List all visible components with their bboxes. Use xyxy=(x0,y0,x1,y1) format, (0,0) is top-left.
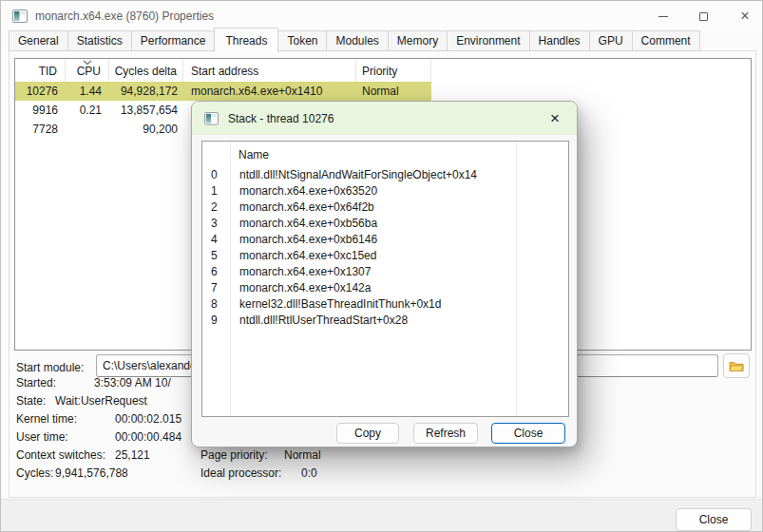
tab-performance[interactable]: Performance xyxy=(131,30,216,51)
detail-label: Cycles: xyxy=(16,465,55,483)
stack-frame-row[interactable]: 3monarch.x64.exe+0xb56ba xyxy=(202,216,568,232)
refresh-button[interactable]: Refresh xyxy=(413,423,478,444)
minimize-icon xyxy=(658,16,668,17)
column-header-tid[interactable]: TID xyxy=(15,59,66,82)
stack-dialog-close-button[interactable]: × xyxy=(544,108,565,129)
tab-statistics[interactable]: Statistics xyxy=(67,30,132,51)
stack-frame-row[interactable]: 2monarch.x64.exe+0x64f2b xyxy=(202,200,568,216)
window-close-button[interactable]: × xyxy=(729,1,761,31)
cell-priority: Normal xyxy=(356,82,431,101)
column-header-cycles[interactable]: Cycles delta xyxy=(109,59,183,82)
tab-threads[interactable]: Threads xyxy=(214,28,278,52)
titlebar: monarch.x64.exe (8760) Properties × xyxy=(1,1,762,31)
detail-value: 9,941,576,788 xyxy=(55,465,128,483)
frame-name: ntdll.dll!NtSignalAndWaitForSingleObject… xyxy=(230,167,477,183)
stack-frame-row[interactable]: 6monarch.x64.exe+0x1307 xyxy=(202,264,568,280)
minimize-button[interactable] xyxy=(647,1,679,31)
detail-value: 0:0 xyxy=(301,465,317,483)
browse-button[interactable] xyxy=(723,353,750,378)
cell-cpu: 1.44 xyxy=(66,82,109,101)
frame-name: monarch.x64.exe+0xb6146 xyxy=(230,232,377,248)
detail-label: Context switches: xyxy=(16,446,115,465)
maximize-button[interactable] xyxy=(687,1,719,31)
stack-frames-list: Name 0ntdll.dll!NtSignalAndWaitForSingle… xyxy=(201,141,569,417)
copy-button[interactable]: Copy xyxy=(336,423,399,444)
detail-label: Started: xyxy=(16,374,94,392)
tab-gpu[interactable]: GPU xyxy=(589,30,633,51)
column-header-filler xyxy=(431,59,751,82)
frame-index: 4 xyxy=(202,232,230,248)
detail-row-ideal-processor: Ideal processor: 0:0 xyxy=(200,465,317,483)
frame-index: 0 xyxy=(202,167,230,183)
detail-row-user-time: User time: 00:00:00.484 xyxy=(16,428,181,446)
detail-value: Wait:UserRequest xyxy=(55,392,147,410)
bottom-bar xyxy=(1,499,762,532)
stack-frame-row[interactable]: 5monarch.x64.exe+0xc15ed xyxy=(202,248,568,264)
frame-name: ntdll.dll!RtlUserThreadStart+0x28 xyxy=(230,313,408,329)
app-icon xyxy=(12,9,28,24)
column-header-name[interactable]: Name xyxy=(238,142,269,168)
stack-dialog: Stack - thread 10276 × Name 0ntdll.dll!N… xyxy=(191,101,578,447)
detail-value: Normal xyxy=(284,446,321,465)
cell-tid: 9916 xyxy=(15,101,66,120)
properties-close-button[interactable]: Close xyxy=(676,508,752,531)
stack-dialog-icon xyxy=(204,112,219,125)
cell-cycles: 13,857,654 xyxy=(109,101,183,120)
tab-handles[interactable]: Handles xyxy=(529,30,590,51)
cell-cycles: 90,200 xyxy=(109,120,183,139)
detail-row-page-priority: Page priority: Normal xyxy=(200,446,321,465)
threads-table-header: TID CPU Cycles delta Start address Prior… xyxy=(15,59,751,82)
sort-descending-icon xyxy=(82,60,93,66)
detail-row-context-switches: Context switches: 25,121 xyxy=(16,446,150,465)
frame-index: 5 xyxy=(202,248,230,264)
frame-index: 1 xyxy=(202,183,230,200)
properties-window: monarch.x64.exe (8760) Properties × Gene… xyxy=(0,0,763,532)
tab-modules[interactable]: Modules xyxy=(326,30,388,51)
tab-general[interactable]: General xyxy=(9,30,68,51)
frame-name: monarch.x64.exe+0xc15ed xyxy=(230,248,376,264)
cell-cycles: 94,928,172 xyxy=(109,82,183,101)
cell-start: monarch.x64.exe+0x1410 xyxy=(183,82,356,101)
cell-cpu: 0.21 xyxy=(66,101,109,120)
frame-name: monarch.x64.exe+0x1307 xyxy=(230,264,371,280)
frame-index: 7 xyxy=(202,280,230,296)
detail-label: Kernel time: xyxy=(16,410,115,428)
tab-token[interactable]: Token xyxy=(277,30,327,51)
stack-frames: 0ntdll.dll!NtSignalAndWaitForSingleObjec… xyxy=(202,167,568,329)
detail-row-state: State: Wait:UserRequest xyxy=(16,392,147,410)
stack-dialog-title: Stack - thread 10276 xyxy=(228,112,334,125)
detail-value: 00:00:02.015 xyxy=(115,410,181,428)
detail-label: State: xyxy=(16,392,55,410)
stack-frame-row[interactable]: 1monarch.x64.exe+0x63520 xyxy=(202,183,568,200)
tab-memory[interactable]: Memory xyxy=(388,30,448,51)
close-icon: × xyxy=(740,9,749,24)
tab-bar: General Statistics Performance Threads T… xyxy=(9,30,699,55)
frame-name: monarch.x64.exe+0x63520 xyxy=(230,183,377,200)
frame-name: monarch.x64.exe+0x64f2b xyxy=(230,200,374,216)
detail-row-kernel-time: Kernel time: 00:00:02.015 xyxy=(16,410,181,428)
detail-label: User time: xyxy=(16,428,115,446)
column-header-start[interactable]: Start address xyxy=(183,59,356,82)
stack-dialog-titlebar: Stack - thread 10276 × xyxy=(192,102,577,135)
frame-name: monarch.x64.exe+0xb56ba xyxy=(230,216,377,232)
stack-frame-row[interactable]: 9ntdll.dll!RtlUserThreadStart+0x28 xyxy=(202,313,568,329)
cell-cpu xyxy=(66,120,109,139)
tab-environment[interactable]: Environment xyxy=(447,30,529,51)
detail-value: 25,121 xyxy=(115,446,150,465)
frame-index: 2 xyxy=(202,200,230,216)
stack-frame-row[interactable]: 4monarch.x64.exe+0xb6146 xyxy=(202,232,568,248)
detail-value: 00:00:00.484 xyxy=(115,428,181,446)
stack-close-button[interactable]: Close xyxy=(491,423,565,444)
frame-index: 9 xyxy=(202,313,230,329)
stack-frame-row[interactable]: 0ntdll.dll!NtSignalAndWaitForSingleObjec… xyxy=(202,167,568,183)
stack-frame-row[interactable]: 8kernel32.dll!BaseThreadInitThunk+0x1d xyxy=(202,296,568,313)
thread-row[interactable]: 10276 1.44 94,928,172 monarch.x64.exe+0x… xyxy=(15,82,751,101)
cell-tid: 7728 xyxy=(15,120,66,139)
tab-comment[interactable]: Comment xyxy=(632,30,700,51)
cell-tid: 10276 xyxy=(15,82,66,101)
detail-row-started: Started: 3:53:09 AM 10/ xyxy=(16,374,171,392)
window-title: monarch.x64.exe (8760) Properties xyxy=(35,1,214,31)
column-header-priority[interactable]: Priority xyxy=(356,59,431,82)
stack-frame-row[interactable]: 7monarch.x64.exe+0x142a xyxy=(202,280,568,296)
maximize-icon xyxy=(699,12,708,21)
